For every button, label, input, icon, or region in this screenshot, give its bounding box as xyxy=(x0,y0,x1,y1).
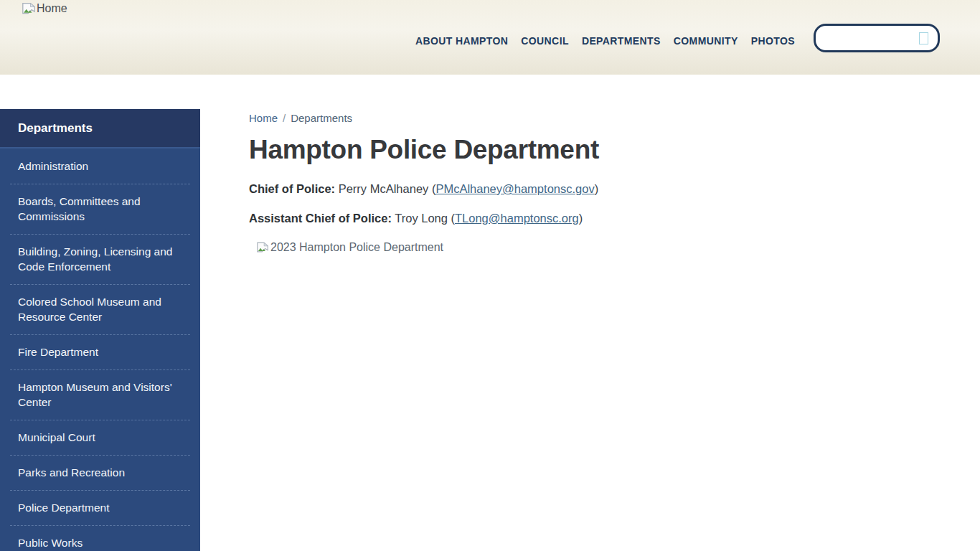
search-button[interactable] xyxy=(919,32,938,44)
sidebar-title: Departments xyxy=(0,109,200,147)
content-image-placeholder: 2023 Hampton Police Department xyxy=(256,241,951,254)
sidebar-item-boards-committees[interactable]: Boards, Committees and Commissions xyxy=(0,184,200,234)
page-title: Hampton Police Department xyxy=(249,135,951,165)
content-image-alt-text: 2023 Hampton Police Department xyxy=(270,241,443,254)
nav-item-community[interactable]: COMMUNITY xyxy=(674,35,738,47)
site-header: Home ABOUT HAMPTON COUNCIL DEPARTMENTS C… xyxy=(0,0,980,75)
breadcrumb-separator: / xyxy=(283,112,286,124)
main-nav: ABOUT HAMPTON COUNCIL DEPARTMENTS COMMUN… xyxy=(415,35,795,47)
search-icon xyxy=(919,32,928,44)
nav-item-about-hampton[interactable]: ABOUT HAMPTON xyxy=(415,35,508,47)
sidebar: Departments Administration Boards, Commi… xyxy=(0,109,200,551)
home-logo-alt-text: Home xyxy=(37,2,67,15)
assistant-chief-label: Assistant Chief of Police: xyxy=(249,212,392,225)
search-input[interactable] xyxy=(816,26,919,50)
nav-item-departments[interactable]: DEPARTMENTS xyxy=(582,35,661,47)
assistant-chief-name: Troy Long ( xyxy=(392,212,455,225)
sidebar-item-police-department[interactable]: Police Department xyxy=(0,490,200,525)
sidebar-item-building-zoning[interactable]: Building, Zoning, Licensing and Code Enf… xyxy=(0,234,200,284)
breadcrumb: Home/Departments xyxy=(249,112,951,124)
breadcrumb-home-link[interactable]: Home xyxy=(249,112,278,124)
sidebar-item-administration[interactable]: Administration xyxy=(0,149,200,184)
sidebar-item-public-works[interactable]: Public Works xyxy=(0,525,200,551)
chief-paren-close: ) xyxy=(595,182,599,195)
chief-email-link[interactable]: PMcAlhaney@hamptonsc.gov xyxy=(435,182,594,195)
header-row: ABOUT HAMPTON COUNCIL DEPARTMENTS COMMUN… xyxy=(415,24,940,52)
chief-label: Chief of Police: xyxy=(249,182,335,195)
main-content: Home/Departments Hampton Police Departme… xyxy=(200,75,980,254)
chief-of-police-line: Chief of Police: Perry McAlhaney (PMcAlh… xyxy=(249,182,951,196)
assistant-chief-line: Assistant Chief of Police: Troy Long (TL… xyxy=(249,212,951,225)
page-body: Departments Administration Boards, Commi… xyxy=(0,75,980,551)
breadcrumb-current: Departments xyxy=(291,112,352,124)
assistant-chief-paren-close: ) xyxy=(579,212,583,225)
home-logo-link[interactable]: Home xyxy=(22,2,67,15)
nav-item-council[interactable]: COUNCIL xyxy=(521,35,569,47)
broken-image-icon xyxy=(256,242,269,253)
sidebar-menu: Administration Boards, Committees and Co… xyxy=(0,147,200,551)
sidebar-item-parks-recreation[interactable]: Parks and Recreation xyxy=(0,455,200,490)
broken-image-icon xyxy=(22,2,36,15)
sidebar-item-fire-department[interactable]: Fire Department xyxy=(0,334,200,369)
sidebar-item-hampton-museum[interactable]: Hampton Museum and Visitors' Center xyxy=(0,369,200,420)
nav-item-photos[interactable]: PHOTOS xyxy=(751,35,795,47)
sidebar-item-colored-school-museum[interactable]: Colored School Museum and Resource Cente… xyxy=(0,284,200,334)
chief-name: Perry McAlhaney ( xyxy=(335,182,435,195)
sidebar-item-municipal-court[interactable]: Municipal Court xyxy=(0,420,200,455)
search-box xyxy=(814,24,940,52)
assistant-chief-email-link[interactable]: TLong@hamptonsc.org xyxy=(455,212,579,225)
